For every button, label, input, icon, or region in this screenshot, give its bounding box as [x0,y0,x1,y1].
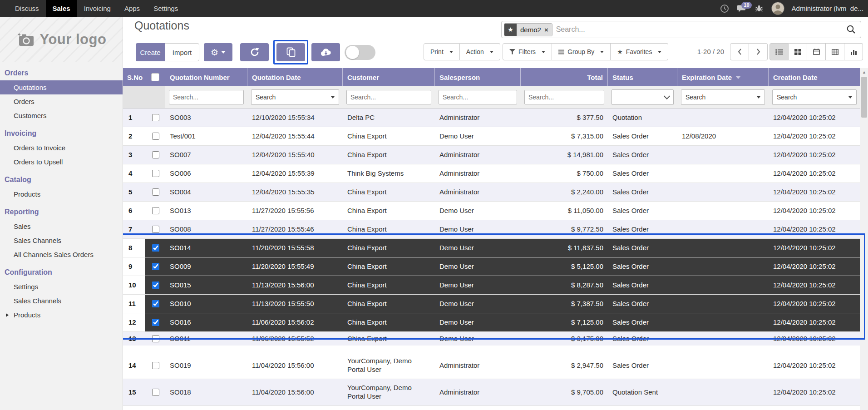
row-checkbox[interactable] [152,207,159,214]
action-button[interactable]: Action [460,43,500,60]
scrollbar-thumb[interactable] [861,77,867,118]
pager-previous-button[interactable] [730,43,749,60]
row-checkbox[interactable] [152,226,159,233]
table-row[interactable]: 9SO00911/20/2020 15:55:49China ExportDem… [123,257,860,276]
table-row[interactable]: 7SO00811/27/2020 15:55:46China ExportDem… [123,220,860,239]
table-row[interactable]: 6SO01311/27/2020 15:55:56China ExportDem… [123,202,860,220]
quotation-number-filter-input[interactable] [169,90,244,104]
row-checkbox[interactable] [152,335,159,342]
topbar-menu-settings[interactable]: Settings [147,0,185,17]
sidebar-item-sales-channels[interactable]: Sales Channels [0,233,123,247]
import-button[interactable]: Import [165,43,199,61]
sidebar-item-orders-to-upsell[interactable]: Orders to Upsell [0,155,123,169]
table-row[interactable]: 5SO00412/04/2020 15:55:35China ExportAdm… [123,183,860,202]
user-avatar[interactable] [771,2,784,15]
messages-icon[interactable]: 10 [737,4,747,14]
graph-view-button[interactable] [844,43,863,60]
export-cloud-button[interactable] [311,43,340,61]
pivot-view-button[interactable] [826,43,844,60]
sidebar-item-orders[interactable]: Orders [0,94,123,109]
row-checkbox[interactable] [152,114,159,121]
search-box[interactable]: ★ demo2 × Search... [501,21,861,38]
sidebar-item-orders-to-invoice[interactable]: Orders to Invoice [0,141,123,155]
sidebar-item-customers[interactable]: Customers [0,109,123,123]
row-checkbox[interactable] [152,188,159,196]
toggle-switch[interactable] [345,45,375,60]
row-expiration-date [677,337,769,340]
column-header-total[interactable]: Total [521,68,608,86]
pager-next-button[interactable] [749,43,768,60]
user-menu-label[interactable]: Administrator (lvm_de... [792,5,863,12]
activity-clock-icon[interactable] [720,4,730,14]
column-header-quotation-date[interactable]: Quotation Date [247,68,343,86]
search-input[interactable]: Search... [556,25,846,34]
table-row[interactable]: 16SO00511/04/2020 15:55:00AgrolaitDemo U… [123,406,860,410]
row-checkbox[interactable] [152,263,159,270]
topbar-menu-discuss[interactable]: Discuss [8,0,46,17]
group-by-button[interactable]: Group By [552,43,611,60]
facet-remove-icon[interactable]: × [544,26,548,34]
topbar-menu-invoicing[interactable]: Invoicing [77,0,118,17]
customer-filter-input[interactable] [346,90,431,104]
column-header-status[interactable]: Status [608,68,677,86]
filters-button[interactable]: Filters [503,43,552,60]
row-checkbox[interactable] [152,319,159,326]
vertical-scrollbar[interactable]: ▲ [860,68,868,410]
sidebar-item-settings[interactable]: Settings [0,280,123,294]
column-header-creation-date[interactable]: Creation Date [769,68,860,86]
row-checkbox[interactable] [152,170,159,177]
table-row[interactable]: 3SO00712/04/2020 15:55:40China ExportAdm… [123,146,860,164]
creation-date-filter-combo[interactable]: Search [772,89,857,105]
column-header-sno[interactable]: S.No [123,68,145,86]
kanban-view-button[interactable] [789,43,807,60]
refresh-button[interactable] [240,43,269,61]
sidebar-item-all-channels-sales-orders[interactable]: All Channels Sales Orders [0,247,123,262]
column-header-salesperson[interactable]: Salesperson [435,68,521,86]
quotation-date-filter-combo[interactable]: Search [251,89,339,105]
table-row[interactable]: 14SO01911/04/2020 15:56:00YourCompany, D… [123,352,860,379]
calendar-view-button[interactable] [807,43,826,60]
total-filter-input[interactable] [524,90,604,104]
copy-button[interactable] [276,43,305,61]
table-row[interactable]: 8SO01411/20/2020 15:55:58China ExportDem… [123,239,860,257]
column-header-customer[interactable]: Customer [343,68,435,86]
search-magnifier-icon[interactable] [846,25,856,35]
table-row[interactable]: 1SO00312/10/2020 15:55:34Delta PCAdminis… [123,109,860,127]
gear-dropdown-button[interactable]: ⚙ [204,43,232,61]
table-row[interactable]: 13SO01111/06/2020 15:55:52China ExportDe… [123,332,860,346]
table-row[interactable]: 4SO00612/04/2020 15:55:39Think Big Syste… [123,164,860,183]
row-checkbox[interactable] [152,133,159,140]
table-row[interactable]: 12SO01611/06/2020 15:56:02China ExportDe… [123,313,860,332]
favorites-button[interactable]: ★ Favorites [611,43,668,60]
row-checkbox[interactable] [152,282,159,289]
table-row[interactable]: 15SO01811/04/2020 15:56:00YourCompany, D… [123,379,860,406]
salesperson-filter-input[interactable] [439,90,517,104]
sidebar-item-products[interactable]: Products [0,187,123,201]
print-button[interactable]: Print [424,43,460,60]
row-customer: China Export [343,187,435,198]
sidebar-item-quotations[interactable]: Quotations [0,80,123,94]
status-filter-select[interactable] [612,89,674,105]
table-row[interactable]: 2Test/00112/04/2020 15:55:44China Export… [123,127,860,146]
table-row[interactable]: 10SO01511/13/2020 15:56:00China ExportDe… [123,276,860,295]
select-all-checkbox[interactable] [151,73,159,81]
sidebar-item-sales[interactable]: Sales [0,219,123,233]
create-button[interactable]: Create [136,43,165,61]
row-checkbox[interactable] [152,362,159,369]
column-header-expiration-date[interactable]: Expiration Date [677,68,769,86]
sidebar-item-products[interactable]: Products [0,308,123,322]
table-row[interactable]: 11SO01011/13/2020 15:55:50China ExportDe… [123,295,860,313]
expiration-date-filter-combo[interactable]: Search [681,89,765,105]
column-header-select-all[interactable] [145,68,165,86]
row-checkbox[interactable] [152,244,159,252]
list-view-button[interactable] [769,43,789,60]
topbar-menu-apps[interactable]: Apps [118,0,147,17]
debug-bug-icon[interactable] [754,4,764,14]
row-checkbox[interactable] [152,300,159,307]
topbar-menu-sales[interactable]: Sales [46,0,77,17]
sidebar-item-sales-channels[interactable]: Sales Channels [0,294,123,308]
scroll-up-arrow-icon[interactable]: ▲ [860,68,868,76]
row-checkbox[interactable] [152,151,159,158]
column-header-quotation-number[interactable]: Quotation Number [165,68,247,86]
row-checkbox[interactable] [152,389,159,396]
